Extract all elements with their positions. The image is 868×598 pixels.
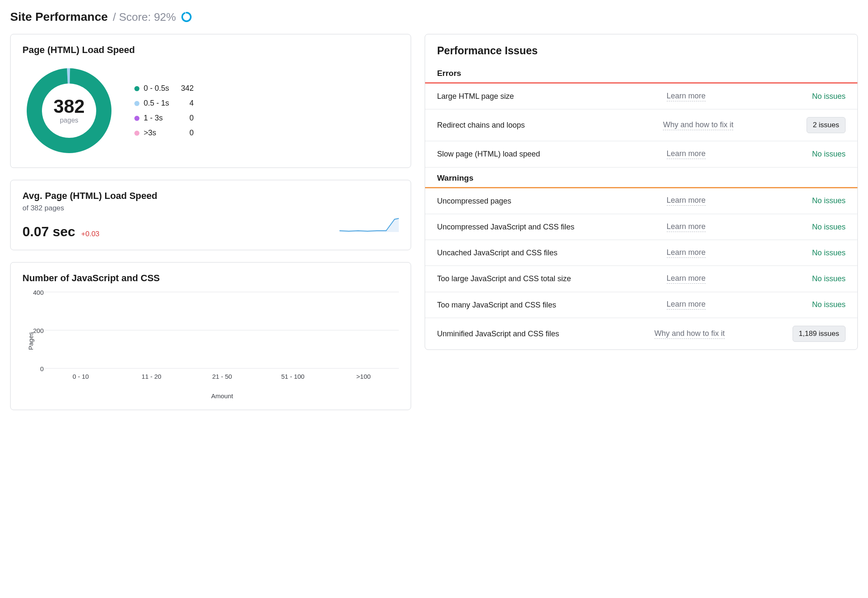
donut-title: Page (HTML) Load Speed <box>22 45 399 56</box>
legend-dot-icon <box>134 101 139 106</box>
bars-xtick: 21 - 50 <box>187 373 258 380</box>
issues-warnings-heading: Warnings <box>425 167 857 188</box>
donut-legend-item: >3s <box>134 129 169 137</box>
avg-sparkline <box>339 217 399 238</box>
issue-no-issues-label: No issues <box>812 249 846 257</box>
issue-no-issues-label: No issues <box>812 196 846 205</box>
left-column: Page (HTML) Load Speed 382 pages 0 - 0.5… <box>10 34 411 410</box>
right-column: Performance Issues Errors Large HTML pag… <box>425 34 858 350</box>
avg-delta: +0.03 <box>81 230 100 238</box>
score-label: / Score: 92% <box>113 11 176 24</box>
bars-xlabel: Amount <box>22 392 399 400</box>
donut-legend-item: 0 - 0.5s <box>134 84 169 93</box>
issue-name: Unminified JavaScript and CSS files <box>437 329 646 339</box>
issue-row: Uncached JavaScript and CSS filesLearn m… <box>425 240 857 266</box>
issue-row: Uncompressed pagesLearn moreNo issues <box>425 188 857 214</box>
avg-load-speed-card: Avg. Page (HTML) Load Speed of 382 pages… <box>10 180 411 250</box>
donut-chart: 382 pages <box>22 64 116 157</box>
legend-dot-icon <box>134 116 139 121</box>
issue-learn-more-link[interactable]: Learn more <box>667 149 706 159</box>
issue-row: Too many JavaScript and CSS filesLearn m… <box>425 292 857 318</box>
issues-errors-heading: Errors <box>425 63 857 84</box>
issue-no-issues-label: No issues <box>812 223 846 231</box>
issue-name: Too large JavaScript and CSS total size <box>437 274 658 284</box>
page-load-speed-card: Page (HTML) Load Speed 382 pages 0 - 0.5… <box>10 34 411 168</box>
legend-label-text: 0.5 - 1s <box>144 99 169 108</box>
avg-value: 0.07 sec <box>22 224 75 240</box>
issue-row: Too large JavaScript and CSS total sizeL… <box>425 266 857 292</box>
issue-learn-more-link[interactable]: Learn more <box>667 196 706 206</box>
legend-value: 4 <box>181 99 194 108</box>
issue-learn-more-link[interactable]: Why and how to fix it <box>654 329 725 339</box>
issue-row: Large HTML page sizeLearn moreNo issues <box>425 84 857 109</box>
issue-name: Large HTML page size <box>437 91 658 101</box>
page-title: Site Performance <box>10 10 108 24</box>
donut-legend: 0 - 0.5s3420.5 - 1s41 - 3s0>3s0 <box>134 84 194 137</box>
bars-xtick: >100 <box>328 373 399 380</box>
legend-label-text: 0 - 0.5s <box>144 84 169 93</box>
svg-point-1 <box>182 13 191 21</box>
issue-row: Redirect chains and loopsWhy and how to … <box>425 109 857 141</box>
avg-subtitle: of 382 pages <box>22 204 399 212</box>
issue-learn-more-link[interactable]: Learn more <box>667 274 706 284</box>
bars-title: Number of JavaScript and CSS <box>22 273 399 284</box>
js-css-count-card: Number of JavaScript and CSS Pages 02004… <box>10 262 411 410</box>
bars-xtick: 0 - 10 <box>45 373 116 380</box>
legend-label-text: 1 - 3s <box>144 114 163 123</box>
issue-no-issues-label: No issues <box>812 300 846 309</box>
bars-ytick: 400 <box>27 289 44 296</box>
score-gauge-icon <box>181 11 192 22</box>
issue-learn-more-link[interactable]: Learn more <box>667 248 706 258</box>
issue-no-issues-label: No issues <box>812 150 846 158</box>
bars-plot: 0200400 <box>45 292 399 369</box>
page-header: Site Performance / Score: 92% <box>10 10 858 24</box>
issue-no-issues-label: No issues <box>812 274 846 283</box>
legend-value: 0 <box>181 114 194 123</box>
issue-learn-more-link[interactable]: Learn more <box>667 222 706 232</box>
issue-learn-more-link[interactable]: Why and how to fix it <box>663 120 733 130</box>
issues-title: Performance Issues <box>425 34 857 63</box>
issue-name: Uncompressed JavaScript and CSS files <box>437 222 658 232</box>
bars-ytick: 200 <box>27 327 44 334</box>
avg-title: Avg. Page (HTML) Load Speed <box>22 190 399 201</box>
issue-row: Unminified JavaScript and CSS filesWhy a… <box>425 318 857 349</box>
legend-value: 0 <box>181 129 194 137</box>
performance-issues-card: Performance Issues Errors Large HTML pag… <box>425 34 858 350</box>
donut-legend-item: 0.5 - 1s <box>134 99 169 108</box>
bars-xtick: 51 - 100 <box>257 373 328 380</box>
issue-name: Redirect chains and loops <box>437 120 654 130</box>
issue-count-button[interactable]: 1,189 issues <box>793 326 846 342</box>
legend-dot-icon <box>134 86 139 91</box>
issue-row: Uncompressed JavaScript and CSS filesLea… <box>425 214 857 240</box>
donut-legend-item: 1 - 3s <box>134 114 169 123</box>
issue-name: Uncached JavaScript and CSS files <box>437 248 658 258</box>
issue-learn-more-link[interactable]: Learn more <box>667 300 706 310</box>
issue-name: Slow page (HTML) load speed <box>437 149 658 159</box>
issue-learn-more-link[interactable]: Learn more <box>667 92 706 101</box>
issue-no-issues-label: No issues <box>812 92 846 101</box>
issue-name: Too many JavaScript and CSS files <box>437 300 658 310</box>
legend-label-text: >3s <box>144 129 156 137</box>
bars-ytick: 0 <box>27 365 44 372</box>
donut-center-value: 382 <box>53 97 84 116</box>
bars-xtick: 11 - 20 <box>116 373 187 380</box>
legend-dot-icon <box>134 131 139 136</box>
donut-center-label: pages <box>60 117 78 124</box>
bars-ylabel: Pages <box>27 332 34 350</box>
issue-count-button[interactable]: 2 issues <box>807 117 846 133</box>
legend-value: 342 <box>181 84 194 93</box>
issue-row: Slow page (HTML) load speedLearn moreNo … <box>425 141 857 167</box>
issue-name: Uncompressed pages <box>437 196 658 206</box>
